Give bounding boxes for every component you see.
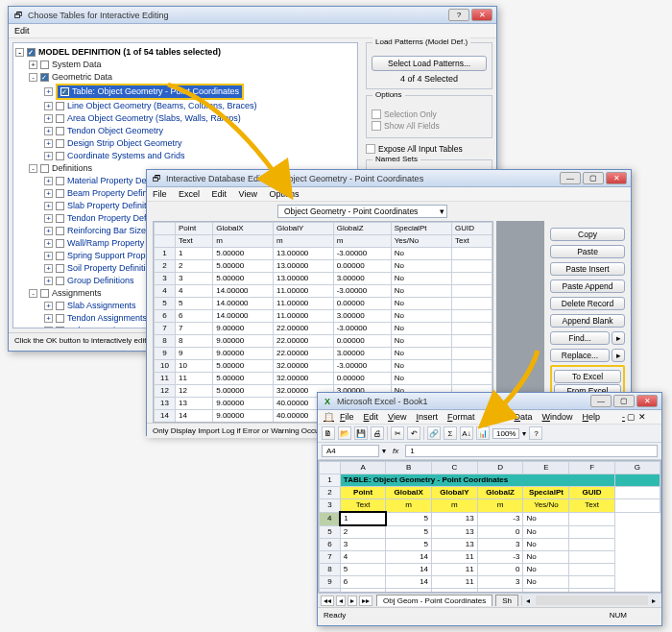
delete-record-button[interactable]: Delete Record: [550, 297, 625, 310]
table-row[interactable]: 4414.0000011.00000-3.00000No: [155, 285, 492, 298]
sheet-tab-active[interactable]: Obj Geom - Point Coordinates: [376, 595, 492, 606]
tree-definitions[interactable]: Definitions: [52, 163, 92, 173]
find-next-button[interactable]: ▸: [612, 331, 625, 345]
paste-button[interactable]: Paste: [550, 245, 625, 258]
spreadsheet-grid[interactable]: ABCDEFG1TABLE: Object Geometry - Point C…: [318, 460, 661, 593]
undo-icon[interactable]: ↶: [407, 426, 420, 440]
new-icon[interactable]: 🗎: [322, 426, 335, 440]
tab-nav-last[interactable]: ▸▸: [359, 596, 372, 606]
help-button[interactable]: ?: [448, 9, 469, 21]
minimize-button[interactable]: —: [590, 395, 612, 407]
table-row[interactable]: 8514110No: [320, 564, 660, 576]
menu-edit[interactable]: Edit: [14, 26, 30, 36]
tree-selected-item[interactable]: +Table: Object Geometry - Point Coordina…: [15, 84, 355, 100]
copy-button[interactable]: Copy: [550, 228, 625, 241]
tree-item[interactable]: +Line Object Geometry (Beams, Columns, B…: [15, 100, 355, 112]
menu-view[interactable]: View: [388, 412, 406, 422]
chart-icon[interactable]: 📊: [476, 426, 490, 440]
menu-format[interactable]: Format: [447, 412, 475, 422]
table-row[interactable]: 9614113No: [320, 576, 660, 589]
table-row[interactable]: 741411-3No: [320, 551, 660, 564]
paste-insert-button[interactable]: Paste Insert: [550, 262, 625, 276]
app-icon: 🗗: [12, 10, 24, 21]
menu-insert[interactable]: Insert: [416, 412, 438, 422]
titlebar[interactable]: 🗗 Choose Tables for Interactive Editing …: [9, 7, 496, 24]
menu-excel[interactable]: Excel: [179, 189, 200, 199]
tree-geometric-data[interactable]: Geometric Data: [52, 72, 112, 82]
select-load-patterns-button[interactable]: Select Load Patterns...: [372, 56, 487, 71]
tab-nav-prev[interactable]: ◂: [336, 596, 346, 606]
table-row[interactable]: 41513-3No: [320, 512, 660, 525]
close-button[interactable]: ✕: [606, 172, 627, 184]
menubar: 📋 File Edit View Insert Format Tools Dat…: [318, 410, 661, 425]
tree-item[interactable]: +Coordinate Systems and Grids: [15, 150, 355, 162]
print-icon[interactable]: 🖨: [371, 426, 384, 440]
toolbar: 🗎 📂 💾 🖨 ✂ ↶ 🔗 Σ A↓ 📊 100% ▾ ?: [318, 425, 661, 443]
open-icon[interactable]: 📂: [338, 426, 351, 440]
table-row[interactable]: 779.0000022.00000-3.00000No: [155, 323, 492, 335]
formula-input[interactable]: 1: [405, 445, 658, 457]
table-row[interactable]: 635133No: [320, 539, 660, 551]
table-row[interactable]: 115.0000013.00000-3.00000No: [155, 248, 492, 260]
tree-item[interactable]: +Area Object Geometry (Slabs, Walls, Ram…: [15, 112, 355, 125]
to-excel-button[interactable]: To Excel: [554, 370, 621, 383]
menu-tools[interactable]: Tools: [484, 412, 504, 422]
find-button[interactable]: Find...: [550, 331, 610, 345]
tree-item[interactable]: +Tendon Object Geometry: [15, 125, 355, 137]
hyperlink-icon[interactable]: 🔗: [427, 426, 441, 440]
menu-view[interactable]: View: [239, 189, 257, 199]
titlebar[interactable]: X Microsoft Excel - Book1 — ▢ ✕: [318, 393, 661, 410]
maximize-button[interactable]: ▢: [613, 395, 635, 407]
cut-icon[interactable]: ✂: [391, 426, 404, 440]
doc-close-button[interactable]: - ▢ ✕: [622, 412, 646, 422]
maximize-button[interactable]: ▢: [583, 172, 604, 184]
window-title: Interactive Database Editing - Object Ge…: [166, 174, 560, 183]
menubar: File Excel Edit View Options: [147, 187, 631, 202]
append-blank-button[interactable]: Append Blank: [550, 314, 625, 328]
table-row[interactable]: 999.0000022.000003.00000No: [155, 348, 492, 360]
table-row[interactable]: 525130No: [320, 525, 660, 539]
tab-nav-next[interactable]: ▸: [348, 596, 357, 606]
autosum-icon[interactable]: Σ: [444, 426, 457, 440]
table-row: 3TextmmmYes/NoText: [320, 499, 660, 513]
table-row[interactable]: 225.0000013.000000.00000No: [155, 260, 492, 273]
table-row[interactable]: 889.0000022.000000.00000No: [155, 335, 492, 348]
paste-append-button[interactable]: Paste Append: [550, 280, 625, 293]
tab-nav-first[interactable]: ◂◂: [321, 596, 334, 606]
table-row[interactable]: 11115.0000032.000000.00000No: [155, 373, 492, 385]
tree-item[interactable]: +Design Strip Object Geometry: [15, 137, 355, 150]
tree-assignments[interactable]: Assignments: [52, 288, 102, 298]
menu-help[interactable]: Help: [583, 412, 601, 422]
chk-selection-only[interactable]: Selection Only: [372, 109, 487, 119]
chk-show-all[interactable]: Show All Fields: [372, 121, 487, 131]
fx-icon[interactable]: fx: [393, 447, 398, 455]
table-row[interactable]: 6614.0000011.000003.00000No: [155, 310, 492, 323]
zoom-select[interactable]: 100%: [492, 428, 519, 439]
table-row[interactable]: 10105.0000032.00000-3.00000No: [155, 360, 492, 373]
menu-file[interactable]: File: [153, 189, 167, 199]
table-select-dropdown[interactable]: Object Geometry - Point Coordinates▾: [277, 205, 447, 218]
menu-file[interactable]: File: [340, 412, 354, 422]
tree-system-data[interactable]: System Data: [52, 60, 102, 69]
chk-expose-all[interactable]: Expose All Input Tables: [366, 144, 492, 154]
replace-button[interactable]: Replace...: [550, 349, 610, 362]
close-button[interactable]: ✕: [471, 9, 492, 21]
menu-window[interactable]: Window: [541, 412, 572, 422]
menu-options[interactable]: Options: [269, 189, 299, 199]
table-row: 2PointGlobalXGlobalYGlobalZSpecialPtGUID: [320, 487, 660, 499]
sheet-tab-2[interactable]: Sh: [495, 595, 518, 606]
menu-edit[interactable]: Edit: [364, 412, 379, 422]
replace-next-button[interactable]: ▸: [612, 349, 625, 362]
name-box[interactable]: A4: [322, 445, 379, 457]
save-icon[interactable]: 💾: [354, 426, 368, 440]
menubar: Edit: [9, 24, 496, 38]
menu-edit[interactable]: Edit: [212, 189, 228, 199]
close-button[interactable]: ✕: [636, 395, 658, 407]
menu-data[interactable]: Data: [514, 412, 532, 422]
minimize-button[interactable]: —: [560, 172, 581, 184]
help-icon[interactable]: ?: [529, 426, 542, 440]
titlebar[interactable]: 🗗 Interactive Database Editing - Object …: [147, 170, 631, 187]
sort-asc-icon[interactable]: A↓: [460, 426, 473, 440]
table-row[interactable]: 335.0000013.000003.00000No: [155, 273, 492, 285]
table-row[interactable]: 5514.0000011.000000.00000No: [155, 298, 492, 310]
